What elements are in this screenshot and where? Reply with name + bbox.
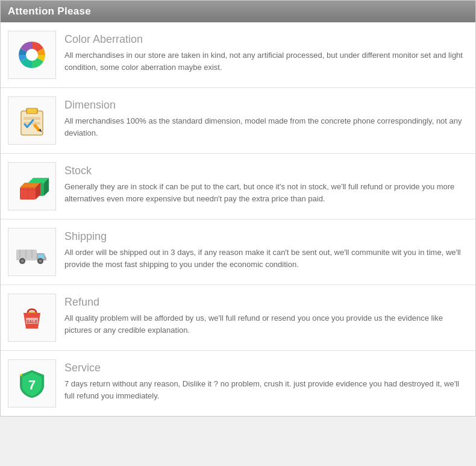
dimension-title: Dimension bbox=[64, 99, 468, 112]
svg-text:7: 7 bbox=[28, 377, 36, 392]
page-container: Attention Please bbox=[0, 0, 476, 417]
list-item: Color Aberration All merchandises in our… bbox=[1, 22, 475, 88]
stock-content: Stock Generally they are in stock if can… bbox=[64, 162, 468, 204]
color-aberration-desc: All merchandises in our store are taken … bbox=[64, 49, 468, 73]
page-header: Attention Please bbox=[1, 1, 475, 22]
refund-title: Refund bbox=[64, 296, 468, 309]
list-item: Stock Generally they are in stock if can… bbox=[1, 154, 475, 219]
stock-desc: Generally they are in stock if can be pu… bbox=[64, 181, 468, 204]
dimension-content: Dimension All merchandises 100% as the s… bbox=[64, 96, 468, 139]
header-title: Attention Please bbox=[8, 5, 91, 17]
svg-rect-17 bbox=[16, 250, 37, 260]
color-aberration-icon bbox=[8, 31, 56, 79]
dimension-icon bbox=[8, 96, 56, 145]
stock-icon bbox=[8, 162, 56, 210]
svg-text:SALE: SALE bbox=[27, 320, 38, 324]
list-item: 7 Service 7 days return without any reas… bbox=[1, 351, 475, 416]
service-title: Service bbox=[64, 362, 468, 374]
svg-rect-18 bbox=[38, 254, 44, 259]
svg-point-1 bbox=[26, 49, 38, 61]
shipping-content: Shipping All order will be shipped out i… bbox=[64, 228, 468, 270]
list-item: Shipping All order will be shipped out i… bbox=[1, 219, 475, 285]
service-desc: 7 days return without any reason, Dislik… bbox=[64, 378, 468, 401]
svg-point-22 bbox=[39, 260, 42, 263]
stock-title: Stock bbox=[64, 165, 468, 177]
list-item: Dimension All merchandises 100% as the s… bbox=[1, 88, 475, 154]
svg-rect-5 bbox=[23, 117, 40, 120]
refund-content: Refund All quality problem will be affor… bbox=[64, 294, 468, 336]
svg-rect-4 bbox=[27, 109, 37, 113]
refund-icon: SALE bbox=[8, 294, 56, 342]
service-icon: 7 bbox=[8, 359, 56, 408]
list-item: SALE Refund All quality problem will be … bbox=[1, 285, 475, 351]
shipping-desc: All order will be shipped out in 3 days,… bbox=[64, 247, 468, 270]
color-aberration-content: Color Aberration All merchandises in our… bbox=[64, 31, 468, 73]
color-aberration-title: Color Aberration bbox=[64, 33, 468, 46]
dimension-desc: All merchandises 100% as the standard di… bbox=[64, 115, 468, 139]
shipping-icon bbox=[8, 228, 56, 276]
refund-desc: All quality problem will be afforded by … bbox=[64, 312, 468, 336]
service-content: Service 7 days return without any reason… bbox=[64, 359, 468, 401]
shipping-title: Shipping bbox=[64, 230, 468, 243]
svg-point-20 bbox=[21, 260, 24, 263]
